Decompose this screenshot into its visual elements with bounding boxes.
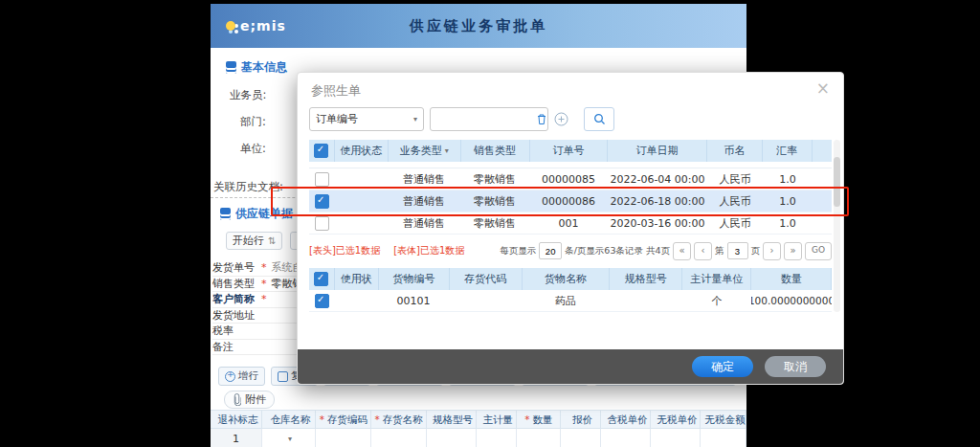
col-header: 无税金额 [701,411,746,428]
stock-name-cell[interactable] [371,429,427,447]
modal-title: 参照生单 [311,82,361,100]
select-all-checkbox[interactable] [314,144,328,158]
modal-filter-bar: 订单编号 ▾ [309,107,614,131]
pagination-controls: 每页显示 条/页显示63条记录 共4页 « ‹ 第 页 › » GO [500,242,832,260]
page-label-pre: 第 [715,245,724,257]
item-row[interactable]: 00101 药品 个 100.0000000000 [309,290,832,312]
per-page-input[interactable] [539,242,562,259]
filter-search-input[interactable] [431,110,536,128]
col-header: 币名 [707,140,763,162]
price-cell[interactable] [561,429,601,447]
cell-currency: 人民币 [707,168,763,190]
page-input[interactable] [727,242,748,259]
cell-status [334,168,388,190]
cell-biz-type: 普通销售 [388,190,460,212]
cell-order-no: 00000086 [529,190,608,212]
cancel-button[interactable]: 取消 [765,356,826,377]
select-all-cell[interactable] [309,140,335,162]
field-label: 税率 [212,324,260,338]
tax-price-cell[interactable] [601,429,651,447]
select-all-cell[interactable] [309,268,335,290]
col-header: 退补标志 [211,411,262,428]
stock-code-cell[interactable] [316,429,371,447]
cell-currency: 人民币 [707,212,763,234]
col-header: 规格型号 [427,411,477,428]
spec-cell[interactable] [427,429,477,447]
app-banner: e;mis 供应链业务审批单 [211,4,746,48]
page-title: 供应链业务审批单 [211,17,746,35]
notax-price-cell[interactable] [651,429,701,447]
unit-cell[interactable] [477,429,517,447]
order-row[interactable]: 普通销售 零散销售 00000085 2022-06-04 00:00 人民币 … [309,168,832,190]
cell-cargo-no: 00101 [378,290,449,311]
col-header: *存货名称 [371,411,427,428]
chevron-down-icon[interactable]: ▾ [288,435,292,443]
col-header: *数量 [517,411,561,428]
plus-circle-icon [554,112,568,126]
cell-biz-type: 普通销售 [388,168,460,190]
order-row[interactable]: 普通销售 零散销售 001 2020-03-16 00:00 人民币 1.0 [309,212,832,235]
row-checkbox[interactable] [315,294,329,308]
row-checkbox[interactable] [315,194,329,209]
cell-invoice [813,190,832,212]
first-page-button[interactable]: « [673,242,691,260]
last-page-button[interactable]: » [784,242,802,260]
add-row-button[interactable]: 增行 [218,367,265,386]
add-row-icon [225,371,235,382]
trash-icon [536,113,547,125]
order-row-selected[interactable]: 普通销售 零散销售 00000086 2022-06-18 00:00 人民币 … [309,190,832,212]
col-header: 报价 [561,411,601,428]
select-all-checkbox[interactable] [314,272,328,286]
cell-stock-code [449,290,522,311]
row-checkbox[interactable] [315,172,329,187]
close-icon[interactable]: × [816,78,830,98]
next-page-button[interactable]: › [763,242,781,260]
required-asterisk: * [261,293,267,305]
page-label-post: 页 [751,245,761,257]
scrollbar-thumb[interactable] [834,157,840,207]
clear-button[interactable] [536,113,547,125]
chevron-down-icon: ▾ [413,115,417,123]
records-info: 条/页显示63条记录 共4页 [565,245,670,257]
col-header: 数量 [751,268,832,290]
col-header: 汇率 [763,140,813,162]
cell-unit: 个 [682,290,751,311]
notax-amount-cell[interactable] [701,429,746,447]
col-header: 主计量 [477,411,517,428]
spinner-arrows-icon[interactable]: ⇅ [268,235,276,246]
modal-footer: 确定 取消 [298,349,843,384]
col-header-biz-type[interactable]: 业务类型 ▾ [389,140,461,162]
items-table: 使用状 货物编号 存货代码 货物名称 规格型号 主计量单位 数量 00101 药… [309,268,832,312]
detail-grid-header: 退补标志 仓库名称 *存货编码 *存货名称 规格型号 主计量 *数量 报价 含税… [211,410,746,429]
field-label-salesperson: 业务员: [230,88,266,102]
cell-rate: 1.0 [763,190,813,212]
field-label-department: 部门: [240,115,266,129]
filter-input-group [430,107,548,131]
detail-grid-row[interactable]: 1 ▾ [211,429,746,447]
section-supply-chain: 供应链单据 [220,206,293,222]
orders-table: 使用状态 业务类型 ▾ 销售类型 订单号 订单日期 币名 汇率 开票 普通销售 … [309,140,832,235]
start-row-label: 开始行 [233,234,264,248]
prev-page-button[interactable]: ‹ [694,242,712,260]
cell-spec [610,290,682,311]
add-row-label: 增行 [238,369,258,383]
attachment-label: 附件 [245,392,266,407]
add-condition-button[interactable] [554,112,568,126]
filter-field-select[interactable]: 订单编号 ▾ [309,107,424,131]
warehouse-cell[interactable]: ▾ [262,429,316,447]
reference-doc-modal: 参照生单 × 订单编号 ▾ [297,72,844,385]
start-row-spinner[interactable]: 开始行 ⇅ [226,232,282,250]
orders-table-header: 使用状态 业务类型 ▾ 销售类型 订单号 订单日期 币名 汇率 开票 [309,140,832,162]
row-checkbox[interactable] [315,216,329,231]
cell-status [334,212,388,234]
confirm-button[interactable]: 确定 [692,356,753,377]
modal-scrollbar[interactable] [834,140,840,312]
qty-cell[interactable] [517,429,561,447]
attachment-button[interactable]: 附件 [224,391,275,409]
go-button[interactable]: GO [805,242,832,260]
chevron-down-icon[interactable]: ▾ [445,146,449,155]
cell-rate: 1.0 [763,168,813,190]
col-header: 使用状态 [335,140,389,162]
search-button[interactable] [584,107,614,131]
cell-order-date: 2022-06-04 00:00 [608,168,707,190]
